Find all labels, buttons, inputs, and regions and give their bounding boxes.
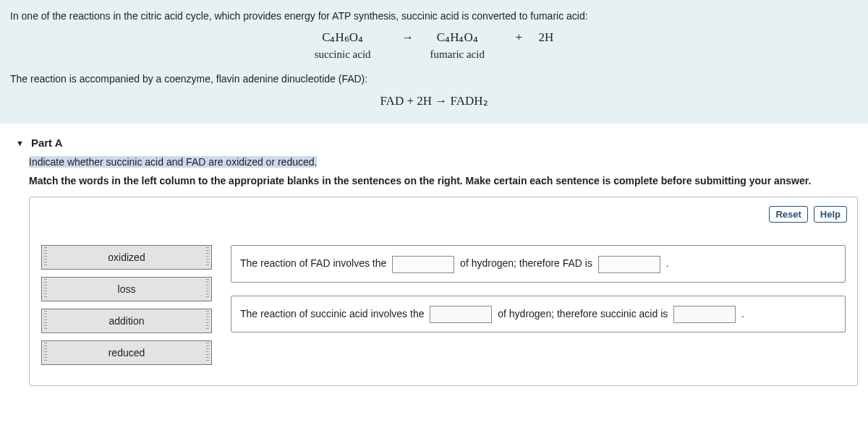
sentence-targets: The reaction of FAD involves the of hydr… <box>231 245 846 332</box>
word-oxidized[interactable]: oxidized <box>41 245 212 270</box>
equation-1: C₄H₆O₄ succinic acid → C₄H₄O₄ fumaric ac… <box>10 29 858 64</box>
eq1-plus: + <box>515 30 522 44</box>
intro-line-2: The reaction is accompanied by a coenzym… <box>10 72 858 87</box>
eq1-left-formula: C₄H₆O₄ <box>322 30 363 44</box>
s2-text-b: of hydrogen; therefore succinic acid is <box>498 308 668 319</box>
eq1-right-formula: C₄H₄O₄ <box>437 30 478 44</box>
workspace-tools: Reset Help <box>769 206 847 223</box>
reset-button[interactable]: Reset <box>769 206 807 223</box>
collapse-caret-icon[interactable]: ▼ <box>16 139 24 147</box>
prompt-highlight: Indicate whether succinic acid and FAD a… <box>29 156 317 168</box>
eq1-h: 2H <box>539 30 554 44</box>
eq1-arrow: → <box>401 30 414 44</box>
word-bank: oxidized loss addition reduced <box>41 245 212 365</box>
matching-workspace: Reset Help oxidized loss addition reduce… <box>29 197 858 386</box>
s1-end: . <box>666 257 669 269</box>
s2-blank-1[interactable] <box>430 306 492 323</box>
help-button[interactable]: Help <box>814 206 847 223</box>
eq1-left-label: succinic acid <box>315 48 371 60</box>
sentence-2: The reaction of succinic acid involves t… <box>231 296 846 332</box>
word-addition[interactable]: addition <box>41 309 212 333</box>
s2-blank-2[interactable] <box>673 306 736 323</box>
s1-blank-1[interactable] <box>392 256 454 273</box>
intro-panel: In one of the reactions in the citric ac… <box>0 0 868 124</box>
part-a-body: Indicate whether succinic acid and FAD a… <box>0 156 868 396</box>
part-label: Part A <box>31 137 63 149</box>
s1-blank-2[interactable] <box>598 256 660 273</box>
intro-line-1: In one of the reactions in the citric ac… <box>10 9 858 25</box>
match-instructions: Match the words in the left column to th… <box>29 175 858 186</box>
eq1-right-label: fumaric acid <box>430 48 485 60</box>
word-loss[interactable]: loss <box>41 277 212 301</box>
equation-2: FAD + 2H → FADH₂ <box>10 92 858 111</box>
s2-text-a: The reaction of succinic acid involves t… <box>240 308 424 319</box>
part-a-header[interactable]: ▼ Part A <box>0 124 868 156</box>
word-reduced[interactable]: reduced <box>41 340 212 365</box>
s1-text-a: The reaction of FAD involves the <box>240 257 386 269</box>
s1-text-b: of hydrogen; therefore FAD is <box>460 257 592 269</box>
s2-end: . <box>741 308 744 319</box>
sentence-1: The reaction of FAD involves the of hydr… <box>231 245 846 282</box>
